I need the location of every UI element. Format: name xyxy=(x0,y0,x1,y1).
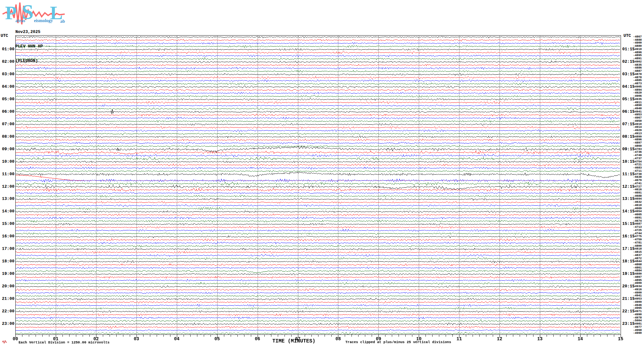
row-offset-value: -4687 xyxy=(633,223,642,226)
hour-label-left: 12:00 xyxy=(0,185,14,189)
row-offset-value: -4920 xyxy=(633,92,642,95)
hour-label-left: 05:00 xyxy=(0,97,14,101)
row-offset-value: -4935 xyxy=(633,98,642,101)
hour-label-left: 02:00 xyxy=(0,60,14,64)
row-offset-value: -4885 xyxy=(633,79,642,82)
row-offset-value: -4861 xyxy=(633,267,642,269)
row-offset-value: -4910 xyxy=(633,123,642,126)
row-offset-value: -4691 xyxy=(633,192,642,194)
row-offset-value: -4713 xyxy=(633,226,642,229)
x-tick-label: 15 xyxy=(618,336,623,342)
hour-label-left: 09:00 xyxy=(0,147,14,151)
row-offset-value: -4880 xyxy=(633,273,642,276)
row-offset-value: -4909 xyxy=(633,282,642,285)
x-tick-label: 06 xyxy=(255,336,260,342)
right-utc-title: UTC xyxy=(623,33,631,38)
clip-note: Traces clipped at plus/minus 25 vertical… xyxy=(345,340,451,344)
row-offset-value: -4815 xyxy=(633,251,642,254)
row-offset-value: -4895 xyxy=(633,279,642,282)
row-offset-value: -4896 xyxy=(633,51,642,54)
row-offset-value: -4968 xyxy=(633,329,642,332)
row-offset-value: -4929 xyxy=(633,129,642,132)
row-offset-value: -4873 xyxy=(633,82,642,85)
x-tick-label: 08 xyxy=(335,336,341,342)
row-offset-value: -4683 xyxy=(633,167,642,169)
row-offset-value: -4679 xyxy=(633,179,642,182)
hour-label-left: 11:00 xyxy=(0,172,14,176)
row-offset-value: -4884 xyxy=(633,269,642,272)
hour-label-left: 20:00 xyxy=(0,284,14,288)
row-offset-value: -4868 xyxy=(633,263,642,266)
hour-label-left: 17:00 xyxy=(0,247,14,251)
row-offset-value: -4781 xyxy=(633,242,642,244)
hour-label-left: 19:00 xyxy=(0,272,14,276)
row-offset-value: -4899 xyxy=(633,136,642,138)
row-offset-value: -4953 xyxy=(633,113,642,116)
row-offset-value: -4665 xyxy=(633,213,642,216)
row-offset-value: -4727 xyxy=(633,185,642,188)
hour-label-left: 01:00 xyxy=(0,47,14,51)
row-offset-value: -4616 xyxy=(633,188,642,191)
x-tick-label: 05 xyxy=(214,336,220,342)
helicorder-plot xyxy=(15,35,621,340)
row-offset-value: -4981 xyxy=(633,323,642,325)
row-offset-value: -4610 xyxy=(633,204,642,207)
x-tick-label: 13 xyxy=(537,336,543,342)
hour-label-left: 15:00 xyxy=(0,222,14,226)
row-offset-value: -4880 xyxy=(633,45,642,48)
row-offset-value: -4872 xyxy=(633,257,642,260)
row-offset-value: -4978 xyxy=(633,317,642,319)
row-offset-value: -4950 xyxy=(633,120,642,123)
x-tick-label: 03 xyxy=(134,336,139,342)
row-offset-value: -4888 xyxy=(633,39,642,42)
row-offset-value: -4971 xyxy=(633,310,642,313)
logo-letter-s: S xyxy=(22,1,34,22)
row-offset-value: -4886 xyxy=(633,67,642,70)
row-offset-value: -4837 xyxy=(633,254,642,257)
row-offset-value: -4844 xyxy=(633,260,642,263)
row-offset-value: -4896 xyxy=(633,138,642,141)
row-offset-value: -4916 xyxy=(633,288,642,291)
row-offset-value: -4914 xyxy=(633,126,642,129)
x-tick-label: 00 xyxy=(13,336,18,342)
row-offset-value: -4941 xyxy=(633,111,642,113)
hour-label-left: 03:00 xyxy=(0,72,14,76)
row-offset-value: -4897 xyxy=(633,142,642,144)
row-offset-value: -4775 xyxy=(633,235,642,238)
row-offset-value: -4694 xyxy=(633,198,642,201)
hour-label-left: 14:00 xyxy=(0,210,14,213)
row-offset-value: -4818 xyxy=(633,248,642,251)
row-offset-value: -5638 xyxy=(633,176,642,179)
row-offset-value: -4910 xyxy=(633,48,642,51)
row-offset-value: -4867 xyxy=(633,36,642,38)
row-offset-value: -4965 xyxy=(633,307,642,310)
hour-label-left: 23:00 xyxy=(0,322,14,326)
row-offset-value: -4905 xyxy=(633,86,642,88)
x-axis-title: TIME (MINUTES) xyxy=(272,338,315,344)
row-offset-value: -4783 xyxy=(633,148,642,151)
row-offset-value: -4711 xyxy=(633,170,642,173)
hour-label-left: 13:00 xyxy=(0,197,14,201)
plot-area xyxy=(15,35,621,341)
row-offset-value: -4737 xyxy=(633,157,642,160)
row-offset-value: -4900 xyxy=(633,292,642,294)
row-offset-value: -4749 xyxy=(633,154,642,157)
row-offset-value: -4967 xyxy=(633,117,642,119)
row-offset-value: -4736 xyxy=(633,151,642,154)
row-offset-value: -4891 xyxy=(633,57,642,60)
hour-label-left: 21:00 xyxy=(0,297,14,301)
hour-label-left: 22:00 xyxy=(0,309,14,313)
row-offset-value: -4759 xyxy=(633,238,642,241)
row-offset-value: -4654 xyxy=(633,210,642,213)
row-offset-value: -4900 xyxy=(633,42,642,45)
row-offset-value: -4941 xyxy=(633,294,642,297)
row-offset-value: -4800 xyxy=(633,245,642,248)
row-offset-value: -4909 xyxy=(633,301,642,304)
hour-label-left: 07:00 xyxy=(0,122,14,126)
row-offset-value: -4738 xyxy=(633,173,642,176)
row-offset-value: -4887 xyxy=(633,70,642,73)
row-offset-value: -4878 xyxy=(633,73,642,76)
row-offset-value: -4632 xyxy=(633,201,642,204)
row-offset-value: -4895 xyxy=(633,54,642,57)
row-offset-value: -4754 xyxy=(633,161,642,163)
